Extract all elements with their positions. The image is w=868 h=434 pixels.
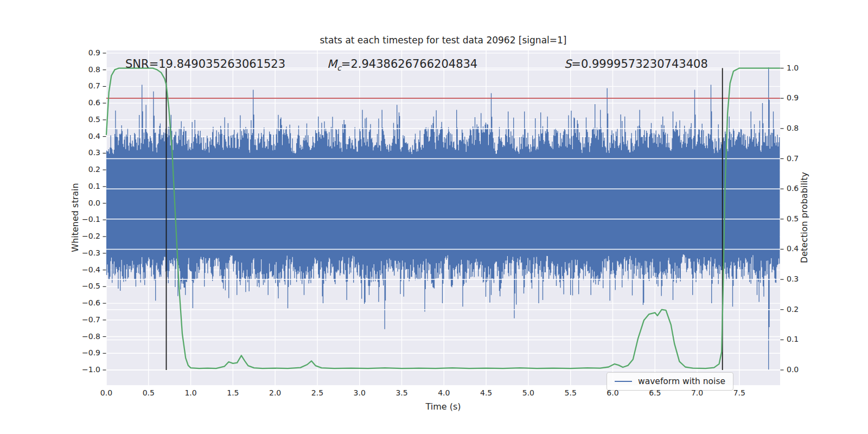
left-y-tick-label: 0.1 — [68, 182, 100, 190]
left-y-tick-label: 0.3 — [68, 148, 100, 157]
annotation-snr: SNR=19.849035263061523 — [125, 58, 285, 71]
x-tick-label: 3.5 — [385, 388, 419, 397]
left-y-tick-label: 0.9 — [68, 48, 100, 57]
annotation-chirp-mass: Mc=2.9438626766204834 — [327, 58, 477, 71]
x-tick-label: 6.5 — [637, 388, 672, 397]
right-y-tick-label: 0.6 — [787, 184, 799, 193]
right-y-axis-label: Detection probability — [799, 172, 809, 263]
right-y-tick-label: 0.3 — [787, 275, 799, 283]
left-y-tick-label: 0.6 — [68, 98, 100, 107]
left-y-tick-label: 0.7 — [68, 81, 100, 90]
x-tick-label: 1.5 — [215, 388, 250, 397]
x-tick-label: 4.0 — [426, 388, 461, 397]
right-y-tick-label: 0.5 — [787, 214, 799, 223]
x-tick-label: 5.0 — [511, 388, 546, 397]
x-tick-label: 3.0 — [342, 388, 377, 397]
x-tick-label: 7.5 — [722, 388, 757, 397]
left-y-tick-label: 0.4 — [68, 132, 100, 141]
x-tick-label: 2.5 — [300, 388, 335, 397]
left-y-tick-label: −0.8 — [68, 332, 100, 341]
left-y-tick-label: −0.4 — [68, 265, 100, 274]
x-tick-label: 1.0 — [174, 388, 208, 397]
left-y-tick-label: −0.6 — [68, 298, 100, 307]
right-y-tick-label: 0.7 — [787, 154, 799, 163]
right-y-tick-label: 0.9 — [787, 93, 799, 102]
left-y-tick-label: 0.2 — [68, 165, 100, 174]
left-y-tick-label: −0.7 — [68, 315, 100, 324]
x-tick-label: 4.5 — [469, 388, 503, 397]
left-y-tick-label: −0.3 — [68, 248, 100, 257]
left-y-tick-label: −0.5 — [68, 282, 100, 290]
chart-title: stats at each timestep for test data 209… — [320, 35, 567, 46]
right-y-tick-label: 0.4 — [787, 244, 799, 253]
x-tick-label: 0.0 — [89, 388, 124, 397]
left-y-tick-label: 0.8 — [68, 65, 100, 74]
left-y-tick-label: −0.2 — [68, 232, 100, 240]
x-tick-label: 2.0 — [258, 388, 292, 397]
left-y-tick-label: −1.0 — [68, 365, 100, 374]
annotation-significance: S=0.9999573230743408 — [564, 58, 708, 71]
right-y-tick-label: 0.1 — [787, 335, 799, 343]
figure: stats at each timestep for test data 209… — [0, 0, 868, 434]
legend: waveform with noise — [607, 372, 733, 391]
x-tick-label: 0.5 — [131, 388, 166, 397]
x-tick-label: 5.5 — [553, 388, 588, 397]
x-axis-label: Time (s) — [425, 401, 461, 412]
x-tick-label: 7.0 — [680, 388, 714, 397]
left-y-tick-label: −0.1 — [68, 215, 100, 224]
right-y-tick-label: 0.0 — [787, 365, 799, 374]
left-y-tick-label: −0.9 — [68, 348, 100, 357]
legend-label: waveform with noise — [638, 376, 725, 386]
right-y-tick-label: 0.2 — [787, 305, 799, 314]
x-tick-label: 6.0 — [595, 388, 630, 397]
left-y-tick-label: 0.0 — [68, 199, 100, 207]
right-y-tick-label: 1.0 — [787, 63, 799, 72]
right-y-tick-label: 0.8 — [787, 124, 799, 132]
legend-line-sample — [615, 381, 632, 382]
left-y-tick-label: 0.5 — [68, 115, 100, 124]
